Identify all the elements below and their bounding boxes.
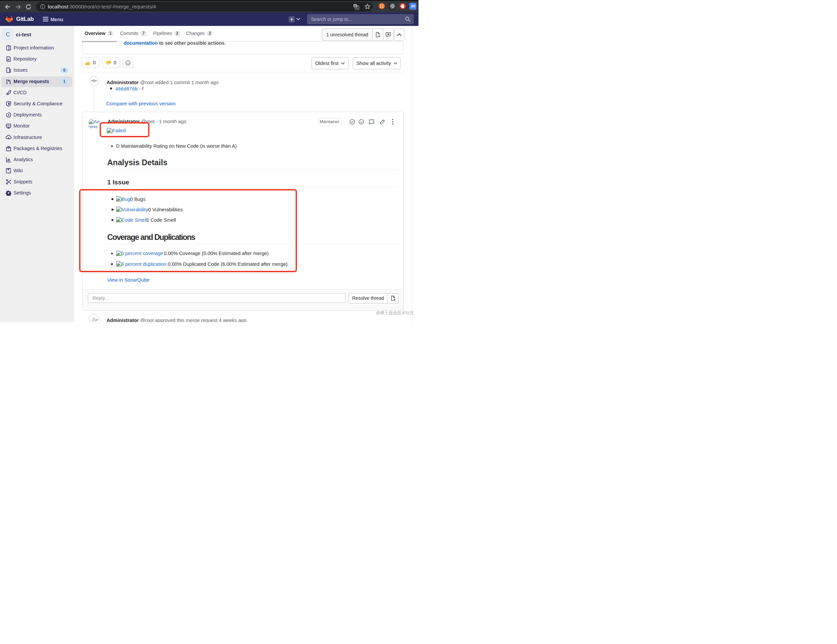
svg-text:G: G [354, 4, 356, 7]
